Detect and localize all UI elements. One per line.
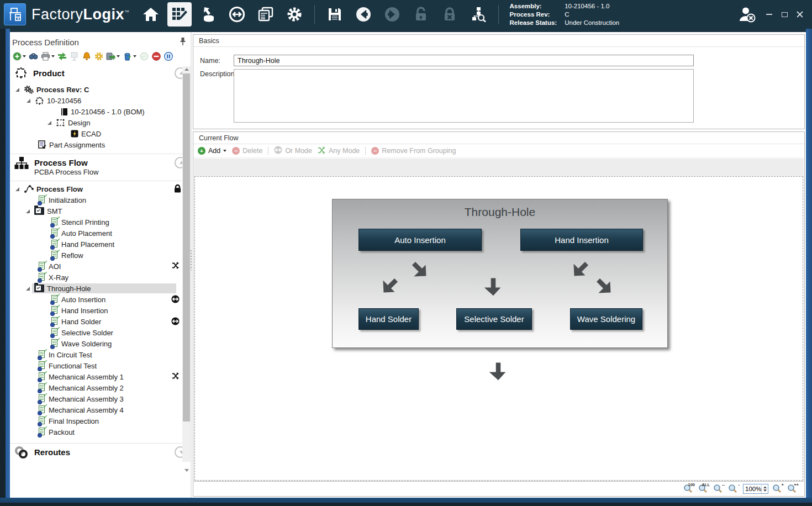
expander-icon[interactable] [26, 287, 30, 291]
tree-item-hand-insertion[interactable]: Hand Insertion [10, 305, 191, 316]
tree-item-mechanical-assembly-3[interactable]: Mechanical Assembly 3 [10, 393, 191, 404]
process-definition-icon[interactable] [167, 2, 192, 27]
pin-icon[interactable] [180, 38, 186, 47]
any-mode-button[interactable]: Any Mode [318, 146, 360, 156]
process-flow-name[interactable]: PCBA Process Flow [34, 168, 191, 176]
tree-item-in-circuit-test[interactable]: In Circuit Test [10, 349, 191, 360]
add-button[interactable] [12, 51, 26, 61]
tree-item-design[interactable]: Design [10, 117, 191, 128]
tree-item-wave-soldering[interactable]: Wave Soldering [10, 338, 191, 349]
import-data-icon[interactable] [196, 2, 220, 27]
name-input[interactable] [234, 55, 694, 66]
minimize-button[interactable] [761, 7, 777, 22]
expander-icon[interactable] [26, 209, 30, 213]
close-button[interactable] [792, 7, 808, 22]
zoom-level-spinbox[interactable] [743, 484, 768, 494]
scrollbar-thumb[interactable] [183, 73, 190, 421]
stop-button[interactable] [151, 51, 161, 61]
zoom-all-button[interactable]: ALL [698, 484, 709, 494]
tree-item-mechanical-assembly-1[interactable]: Mechanical Assembly 1 [10, 371, 191, 382]
documents-icon[interactable] [254, 2, 278, 27]
back-icon[interactable] [351, 2, 376, 27]
tree-item-bom[interactable]: 10-210456 - 1.0 (BOM) [10, 106, 191, 117]
through-hole-group-box[interactable]: Through-Hole Auto Insertion Hand Inserti… [332, 199, 668, 348]
tree-item-aoi[interactable]: AOI [10, 261, 191, 272]
expander-icon[interactable] [48, 121, 51, 125]
tree-item-reflow[interactable]: Reflow [10, 250, 191, 261]
add-button[interactable]: + Add [198, 147, 226, 155]
add-dropdown-icon[interactable] [223, 150, 226, 152]
scroll-down-icon[interactable] [184, 469, 189, 472]
pause-button[interactable] [164, 51, 173, 61]
unlock-icon[interactable] [409, 2, 433, 27]
zoom-level-input[interactable] [744, 486, 761, 492]
tree-item-stencil-printing[interactable]: Stencil Printing [10, 217, 191, 228]
part-assignments-icon [38, 140, 46, 149]
node-hand-solder[interactable]: Hand Solder [358, 308, 419, 330]
delete-button[interactable]: − Delete [232, 147, 262, 155]
scroll-up-icon[interactable] [184, 68, 189, 71]
or-mode-button[interactable]: Or Mode [274, 146, 312, 156]
factorylogix-logo [4, 3, 26, 25]
reroutes-section-header[interactable]: Reroutes [10, 443, 191, 461]
zoom-100-button[interactable]: 100 [683, 484, 694, 494]
sidebar-scrollbar[interactable] [182, 66, 191, 462]
tree-item-final-inspection[interactable]: Final Inspection [10, 415, 191, 426]
window-border [806, 29, 812, 502]
expander-icon[interactable] [27, 99, 30, 103]
node-wave-soldering[interactable]: Wave Soldering [570, 308, 642, 330]
tree-item-functional-test[interactable]: Functional Test [10, 360, 191, 371]
transfer-icon[interactable] [225, 2, 249, 27]
tree-item-mechanical-assembly-4[interactable]: Mechanical Assembly 4 [10, 404, 191, 415]
tree-item-hand-solder[interactable]: Hand Solder [10, 316, 191, 327]
tree-item-assembly[interactable]: 10-210456 [10, 95, 191, 106]
expander-icon[interactable] [15, 88, 19, 92]
checkout-button[interactable] [106, 51, 120, 61]
flow-search-icon[interactable] [466, 2, 491, 27]
tree-item-process-flow-root[interactable]: Process Flow [10, 183, 191, 194]
node-selective-solder[interactable]: Selective Solder [456, 308, 532, 330]
logout-user-icon[interactable] [734, 2, 761, 27]
zoom-out-fast-button[interactable]: -- [713, 484, 724, 494]
lock-delete-icon[interactable] [437, 2, 462, 27]
tree-item-smt[interactable]: SMT [10, 205, 191, 217]
tree-item-hand-placement[interactable]: Hand Placement [10, 239, 191, 250]
description-input[interactable] [234, 69, 694, 123]
refresh-button[interactable] [139, 51, 149, 61]
gear-button[interactable] [94, 51, 103, 61]
remove-from-grouping-button[interactable]: − Remove From Grouping [371, 147, 456, 155]
tree-item-mechanical-assembly-2[interactable]: Mechanical Assembly 2 [10, 382, 191, 393]
zoom-spinner[interactable] [761, 484, 768, 493]
operation-icon [38, 273, 46, 282]
product-section-header[interactable]: Product [10, 64, 191, 82]
home-icon[interactable] [139, 2, 163, 27]
tree-item-through-hole[interactable]: Through-Hole [10, 283, 191, 294]
tree-item-x-ray[interactable]: X-Ray [10, 272, 191, 283]
node-hand-insertion[interactable]: Hand Insertion [520, 229, 643, 251]
print-button[interactable] [41, 51, 55, 61]
tree-item-auto-placement[interactable]: Auto Placement [10, 228, 191, 239]
tree-item-packout[interactable]: Packout [10, 426, 191, 438]
find-button[interactable] [29, 51, 38, 61]
save-icon[interactable] [323, 2, 347, 27]
expander-icon[interactable] [15, 187, 19, 191]
tree-item-process-rev[interactable]: Process Rev: C [10, 84, 191, 95]
tree-item-part-assignments[interactable]: Part Assignments [10, 139, 191, 150]
settings-gear-icon[interactable] [282, 2, 307, 27]
exchange-button[interactable] [57, 51, 67, 61]
delete-button[interactable] [123, 51, 136, 61]
tree-item-selective-solder[interactable]: Selective Solder [10, 327, 191, 338]
tree-item-ecad[interactable]: ECAD [10, 128, 191, 139]
forward-icon[interactable] [380, 2, 404, 27]
process-folder-icon [34, 284, 44, 292]
tree-item-initialization[interactable]: Initialization [10, 194, 191, 205]
zoom-out-button[interactable]: - [728, 484, 739, 494]
maximize-button[interactable] [777, 7, 792, 22]
bell-button[interactable] [82, 51, 91, 61]
tree-item-auto-insertion[interactable]: Auto Insertion [10, 294, 191, 305]
flow-canvas[interactable]: Through-Hole Auto Insertion Hand Inserti… [194, 176, 803, 481]
sign-button[interactable] [70, 51, 79, 61]
zoom-in-button[interactable]: + [772, 484, 783, 494]
zoom-in-fast-button[interactable]: ++ [787, 484, 798, 494]
node-auto-insertion[interactable]: Auto Insertion [358, 229, 482, 251]
